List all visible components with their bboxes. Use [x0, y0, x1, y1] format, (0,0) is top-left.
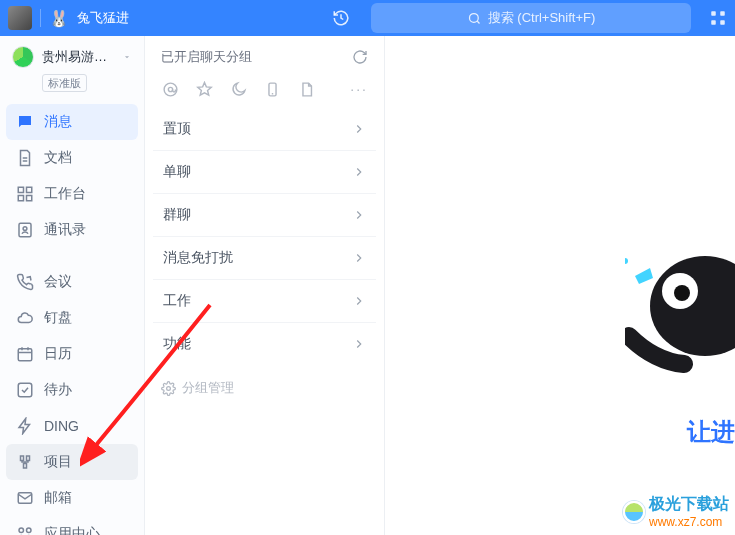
nav-appcenter[interactable]: 应用中心	[6, 516, 138, 535]
star-icon[interactable]	[195, 80, 213, 98]
nav-mail[interactable]: 邮箱	[6, 480, 138, 516]
org-plan-badge: 标准版	[42, 74, 87, 92]
moon-icon[interactable]	[229, 80, 247, 98]
group-manage[interactable]: 分组管理	[145, 365, 384, 411]
hero-tagline: 让进	[687, 416, 735, 448]
global-search[interactable]: 搜索 (Ctrl+Shift+F)	[371, 3, 691, 33]
mascot-icon: 🐰	[49, 8, 69, 28]
doc-icon	[16, 149, 34, 167]
file-icon[interactable]	[297, 80, 315, 98]
svg-point-25	[625, 258, 628, 264]
org-logo	[12, 46, 34, 68]
svg-rect-6	[27, 187, 32, 192]
chevron-right-icon	[352, 208, 366, 222]
svg-rect-1	[711, 11, 716, 16]
group-dnd[interactable]: 消息免打扰	[153, 236, 376, 279]
chat-icon	[16, 113, 34, 131]
caret-down-icon	[122, 52, 132, 62]
calendar-icon	[16, 345, 34, 363]
group-multi[interactable]: 群聊	[153, 193, 376, 236]
nav-todo[interactable]: 待办	[6, 372, 138, 408]
chevron-right-icon	[352, 165, 366, 179]
svg-rect-2	[720, 11, 725, 16]
svg-rect-4	[720, 20, 725, 25]
content-pane: 让进 极光下载站 www.xz7.com	[385, 36, 735, 535]
group-function[interactable]: 功能	[153, 322, 376, 365]
cloud-icon	[16, 309, 34, 327]
nav-contacts[interactable]: 通讯录	[6, 212, 138, 248]
svg-rect-7	[18, 196, 23, 201]
nav-messages[interactable]: 消息	[6, 104, 138, 140]
nav-ding[interactable]: DING	[6, 408, 138, 444]
nav-projects[interactable]: 项目	[6, 444, 138, 480]
refresh-icon[interactable]	[352, 49, 368, 65]
history-icon[interactable]	[327, 4, 355, 32]
nav-workbench[interactable]: 工作台	[6, 176, 138, 212]
apps-grid-icon[interactable]	[709, 9, 727, 27]
check-icon	[16, 381, 34, 399]
group-pinned[interactable]: 置顶	[153, 108, 376, 150]
watermark: 极光下载站 www.xz7.com	[623, 494, 729, 529]
gear-icon	[161, 381, 176, 396]
nav-list: 消息 文档 工作台 通讯录 会议 钉盘 日历 待办	[0, 98, 144, 535]
svg-rect-8	[27, 196, 32, 201]
org-name: 贵州易游…	[42, 48, 114, 66]
chevron-right-icon	[352, 122, 366, 136]
chevron-right-icon	[352, 294, 366, 308]
svg-point-14	[19, 528, 24, 533]
apps-icon	[16, 525, 34, 535]
chat-group-head: 已开启聊天分组	[161, 48, 252, 66]
mobile-icon[interactable]	[263, 80, 281, 98]
conversation-panel: 已开启聊天分组 ··· 置顶 单聊 群聊 消息免打扰 工作	[145, 36, 385, 535]
group-work[interactable]: 工作	[153, 279, 376, 322]
svg-point-10	[23, 227, 27, 231]
chevron-right-icon	[352, 337, 366, 351]
filter-row: ···	[145, 74, 384, 108]
project-icon	[16, 453, 34, 471]
at-icon[interactable]	[161, 80, 179, 98]
svg-point-0	[469, 13, 478, 22]
group-list: 置顶 单聊 群聊 消息免打扰 工作 功能	[145, 108, 384, 365]
grid-icon	[16, 185, 34, 203]
watermark-logo-icon	[623, 501, 645, 523]
search-icon	[467, 11, 482, 26]
svg-point-21	[167, 386, 171, 390]
window-title: 兔飞猛进	[77, 9, 129, 27]
org-switcher[interactable]: 贵州易游…	[0, 36, 144, 72]
nav-docs[interactable]: 文档	[6, 140, 138, 176]
titlebar-divider	[40, 9, 41, 27]
more-filter-icon[interactable]: ···	[350, 81, 368, 97]
nav-drive[interactable]: 钉盘	[6, 300, 138, 336]
phone-icon	[16, 273, 34, 291]
svg-point-15	[27, 528, 32, 533]
titlebar: 🐰 兔飞猛进 搜索 (Ctrl+Shift+F)	[0, 0, 735, 36]
chevron-right-icon	[352, 251, 366, 265]
svg-rect-11	[18, 349, 32, 361]
bolt-icon	[16, 417, 34, 435]
contacts-icon	[16, 221, 34, 239]
svg-rect-12	[18, 383, 32, 397]
svg-rect-5	[18, 187, 23, 192]
left-sidebar: 贵州易游… 标准版 消息 文档 工作台 通讯录 会议 钉盘	[0, 36, 145, 535]
svg-rect-3	[711, 20, 716, 25]
svg-point-24	[674, 285, 690, 301]
group-single[interactable]: 单聊	[153, 150, 376, 193]
mail-icon	[16, 489, 34, 507]
svg-point-22	[650, 256, 735, 356]
search-placeholder: 搜索 (Ctrl+Shift+F)	[488, 9, 596, 27]
nav-meeting[interactable]: 会议	[6, 264, 138, 300]
hero-illustration	[625, 236, 735, 376]
user-avatar[interactable]	[8, 6, 32, 30]
nav-calendar[interactable]: 日历	[6, 336, 138, 372]
